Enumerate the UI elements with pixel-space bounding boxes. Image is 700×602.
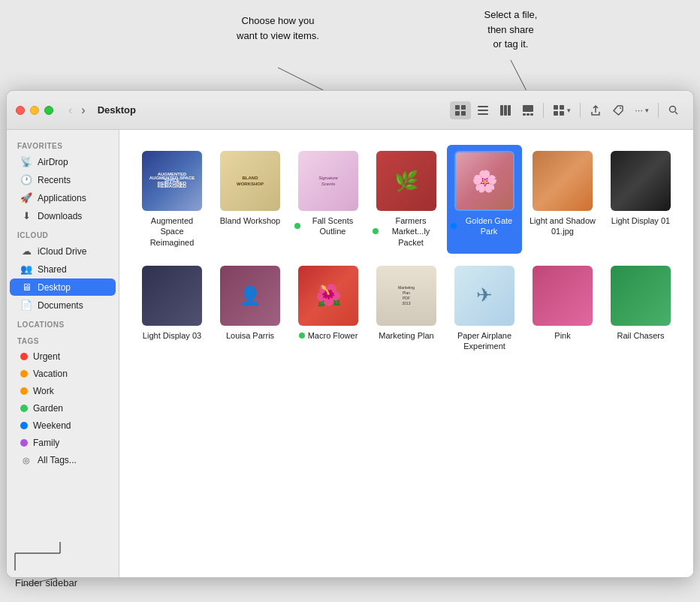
louisa-thumb-icon: 👤 [239,285,261,306]
file-item-paper[interactable]: ✈ Paper Airplane Experiment [447,260,522,358]
svg-rect-18 [554,111,558,116]
sidebar-item-recents[interactable]: 🕐 Recents [10,171,116,188]
file-item-louisa[interactable]: 👤 Louisa Parris [213,260,288,358]
garden-dot [20,405,28,412]
file-thumb-macro: 🌺 [298,266,358,326]
pink-name-row: Pink [554,330,570,341]
maximize-button[interactable] [44,106,53,115]
toolbar-icons: ▾ ··· ▾ [450,101,684,119]
sidebar-item-all-tags[interactable]: ◎ All Tags... [10,452,116,468]
rail-name-row: Rail Chasers [617,330,665,341]
goldengate-name-row: Golden Gate Park [451,215,518,237]
svg-rect-11 [508,105,511,116]
svg-rect-14 [527,113,530,116]
applications-icon: 🚀 [20,192,32,203]
finder-sidebar-label: Finder sidebar [15,577,77,588]
sidebar-item-vacation[interactable]: Vacation [10,366,116,382]
file-thumb-farmers: 🌿 [376,151,436,211]
file-item-augmented[interactable]: AUGMENTEDSPACEREIMAGINED Augmented Space… [134,145,210,254]
more-button[interactable]: ··· ▾ [630,101,653,119]
sidebar-item-documents[interactable]: 📄 Documents [10,296,116,314]
file-item-lightdisplay03[interactable]: Light Display 03 [134,260,210,358]
view-icon-button[interactable] [450,101,471,119]
file-item-goldengate[interactable]: 🌸 Golden Gate Park [447,145,522,254]
close-button[interactable] [16,106,25,115]
macro-name: Macro Flower [308,330,358,341]
macro-dot [299,333,305,339]
file-item-lightandshadow[interactable]: Light and Shadow 01.jpg [525,145,600,254]
pink-name: Pink [554,330,570,341]
file-item-fallscents[interactable]: SignatureScents Fall Scents Outline [291,145,366,254]
toolbar-divider-1 [543,103,544,118]
file-item-lightdisplay01[interactable]: Light Display 01 [603,145,678,254]
file-item-farmers[interactable]: 🌿 Farmers Market...ly Packet [369,145,444,254]
sidebar-item-icloud-drive[interactable]: ☁ iCloud Drive [10,242,116,260]
file-thumb-lightdisplay03 [142,266,202,326]
file-item-pink[interactable]: Pink [525,260,600,358]
svg-rect-2 [455,105,460,110]
view-gallery-button[interactable] [517,101,539,119]
work-dot [20,387,28,395]
sidebar-item-desktop[interactable]: 🖥 Desktop [10,278,116,296]
macro-name-row: Macro Flower [299,330,358,341]
sidebar-item-airdrop[interactable]: 📡 AirDrop [10,153,116,170]
bland-name: Bland Workshop [220,215,281,226]
icloud-drive-label: iCloud Drive [38,246,86,257]
weekend-label: Weekend [33,420,71,431]
file-item-rail[interactable]: Rail Chasers [603,260,678,358]
sidebar-item-weekend[interactable]: Weekend [10,417,116,434]
macro-thumb-icon: 🌺 [315,283,342,308]
svg-rect-17 [560,105,564,110]
svg-rect-10 [504,105,507,116]
family-dot [20,439,28,447]
view-column-button[interactable] [495,101,516,119]
group-by-button[interactable]: ▾ [548,101,575,119]
sidebar-item-shared[interactable]: 👥 Shared [10,260,116,278]
louisa-name-row: Louisa Parris [226,330,274,341]
fallscents-name-row: Fall Scents Outline [294,215,362,237]
file-item-macro[interactable]: 🌺 Macro Flower [291,260,366,358]
lightdisplay01-name-row: Light Display 01 [611,215,670,226]
sidebar-item-downloads[interactable]: ⬇ Downloads [10,207,116,224]
svg-rect-15 [530,113,533,116]
rail-name: Rail Chasers [617,330,665,341]
svg-point-20 [620,107,621,109]
downloads-icon: ⬇ [20,210,32,221]
documents-label: Documents [38,300,83,311]
back-button[interactable]: ‹ [65,102,75,119]
paper-thumb-icon: ✈ [476,284,493,307]
shared-icon: 👥 [20,263,32,275]
file-item-marketing[interactable]: MarketingPlanPDF2013 Marketing Plan [369,260,444,358]
sidebar-item-applications[interactable]: 🚀 Applications [10,189,116,206]
file-thumb-bland: BLANDWORKSHOP [220,151,280,211]
search-button[interactable] [663,101,684,119]
svg-rect-12 [523,105,533,112]
sidebar-item-work[interactable]: Work [10,383,116,399]
lightdisplay03-name: Light Display 03 [143,330,201,341]
sidebar-item-family[interactable]: Family [10,435,116,451]
file-thumb-pink [533,266,593,326]
augmented-name-row: Augmented Space Reimagined [138,215,206,248]
file-thumb-lightdisplay01 [611,151,671,211]
documents-icon: 📄 [20,299,32,311]
minimize-button[interactable] [30,106,39,115]
view-list-button[interactable] [472,101,493,119]
file-item-bland[interactable]: BLANDWORKSHOP Bland Workshop [213,145,288,254]
locations-label: Locations [7,315,119,331]
file-thumb-rail [611,266,671,326]
forward-button[interactable]: › [78,102,88,119]
bland-name-row: Bland Workshop [220,215,281,226]
svg-rect-6 [478,106,488,107]
window-title: Desktop [98,104,136,116]
share-button[interactable] [585,101,606,119]
lightdisplay01-name: Light Display 01 [611,215,670,226]
callout-view-items: Choose how you want to view items. [203,14,353,43]
file-thumb-lightandshadow [533,151,593,211]
sidebar-item-urgent[interactable]: Urgent [10,348,116,365]
content-area: AUGMENTEDSPACEREIMAGINED Augmented Space… [119,130,693,577]
tag-button[interactable] [608,101,629,119]
lightandshadow-name-row: Light and Shadow 01.jpg [529,215,596,237]
sidebar-item-garden[interactable]: Garden [10,400,116,417]
toolbar-divider-3 [658,103,659,118]
urgent-label: Urgent [33,351,60,362]
